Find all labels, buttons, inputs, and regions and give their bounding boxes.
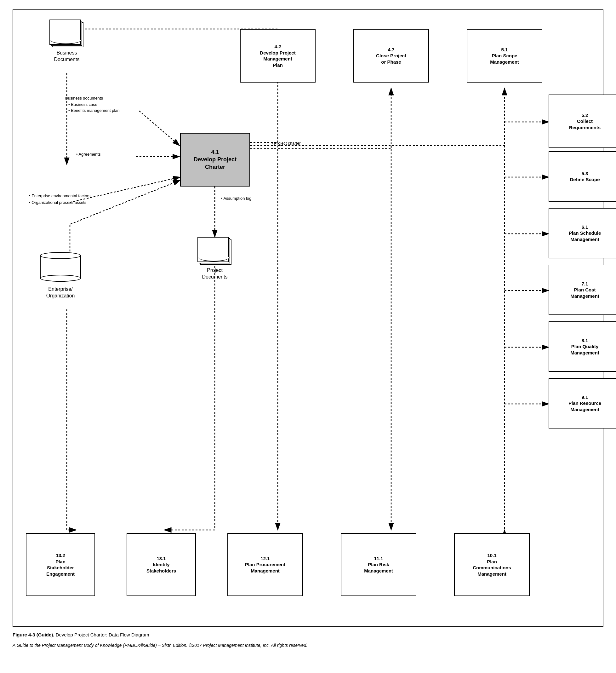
figure-italic-caption: A Guide to the Project Management Body o… (13, 642, 603, 648)
node-4-7: 4.7 Close Project or Phase (353, 29, 429, 82)
node-5-3: 5.3 Define Scope (549, 151, 616, 202)
enterprise-org-icon: Enterprise/ Organization (29, 256, 92, 299)
project-charter-label: • Project charter (272, 141, 301, 146)
eef-opa-label: • Enterprise environmental factors • Org… (29, 193, 90, 206)
node-4-1: 4.1 Develop Project Charter (180, 133, 250, 187)
enterprise-org-label: Enterprise/ Organization (46, 286, 75, 299)
node-9-1: 9.1 Plan Resource Management (549, 378, 616, 429)
node-12-1: 12.1 Plan Procurement Management (227, 533, 303, 596)
agreements-label: • Agreements (76, 152, 101, 157)
node-5-1: 5.1 Plan Scope Management (467, 29, 542, 82)
business-documents-label: Business Documents (54, 50, 80, 63)
node-10-1: 10.1 Plan Communications Management (454, 533, 530, 596)
caption-text: Develop Project Charter: Data Flow Diagr… (54, 632, 149, 637)
node-7-1: 7.1 Plan Cost Management (549, 265, 616, 315)
business-docs-bullet-label: Business documents • Business case • Ben… (65, 95, 120, 114)
node-6-1: 6.1 Plan Schedule Management (549, 208, 616, 258)
node-13-1: 13.1 Identify Stakeholders (126, 533, 196, 596)
node-11-1: 11.1 Plan Risk Management (341, 533, 416, 596)
project-documents-icon: Project Documents (183, 237, 246, 280)
caption-italic: A Guide to the Project Management Body o… (13, 643, 307, 648)
business-documents-icon: Business Documents (35, 20, 98, 63)
node-13-2: 13.2 Plan Stakeholder Engagement (26, 533, 95, 596)
figure-caption: Figure 4-3 (Guide). Develop Project Char… (13, 632, 603, 637)
assumption-log-label: • Assumption log (221, 196, 251, 201)
node-5-2: 5.2 Collect Requirements (549, 94, 616, 148)
caption-bold: Figure 4-3 (Guide). (13, 632, 54, 637)
page: Business Documents Business documents • … (0, 0, 616, 673)
node-4-2: 4.2 Develop Project Management Plan (240, 29, 316, 82)
svg-line-2 (139, 111, 180, 146)
project-documents-label: Project Documents (202, 267, 228, 280)
diagram-container: Business Documents Business documents • … (13, 9, 603, 627)
node-8-1: 8.1 Plan Quality Management (549, 321, 616, 372)
